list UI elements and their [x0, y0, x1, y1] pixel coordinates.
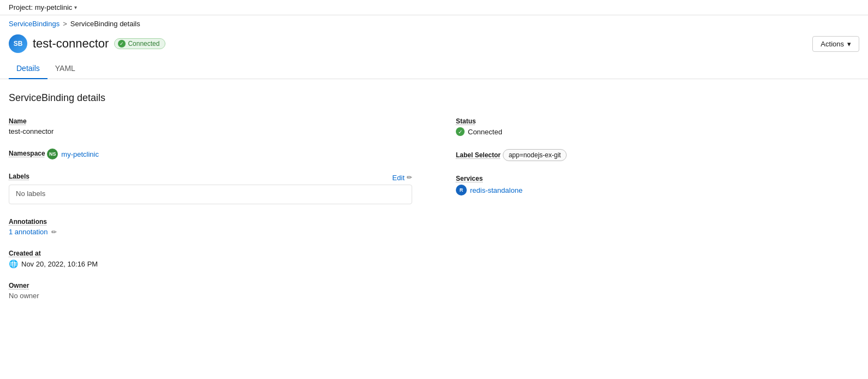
labels-edit-link[interactable]: Edit ✏ — [393, 174, 412, 182]
tabs-bar: Details YAML — [0, 60, 868, 79]
right-column: Status ✓ Connected Label Selector app=no… — [434, 117, 859, 313]
annotations-link[interactable]: 1 annotation ✏ — [9, 228, 412, 236]
owner-field: Owner No owner — [9, 281, 412, 300]
breadcrumb-separator: > — [63, 20, 67, 28]
status-field: Status ✓ Connected — [456, 117, 859, 136]
annotations-label: Annotations — [9, 218, 47, 226]
labels-label: Labels — [9, 173, 29, 180]
created-at-value-wrapper: 🌐 Nov 20, 2022, 10:16 PM — [9, 259, 412, 268]
owner-label: Owner — [9, 282, 29, 289]
status-badge: ✓ Connected — [114, 38, 165, 49]
owner-value: No owner — [9, 292, 412, 300]
edit-pencil-icon: ✏ — [407, 174, 412, 181]
created-at-field: Created at 🌐 Nov 20, 2022, 10:16 PM — [9, 249, 412, 268]
tab-yaml[interactable]: YAML — [47, 60, 83, 79]
name-field: Name test-connector — [9, 117, 412, 135]
actions-label: Actions — [821, 40, 844, 48]
breadcrumb-current: ServiceBinding details — [70, 20, 140, 28]
labels-box: No labels — [9, 185, 412, 204]
content-area: ServiceBinding details Name test-connect… — [0, 79, 868, 326]
annotations-edit-icon: ✏ — [51, 228, 57, 236]
page-header: SB test-connector ✓ Connected Actions ▾ — [0, 31, 868, 60]
namespace-label: Namespace — [9, 150, 45, 157]
status-label: Status — [456, 117, 476, 125]
globe-icon: 🌐 — [9, 259, 18, 268]
namespace-circle: NS — [47, 149, 58, 159]
status-value: Connected — [468, 128, 502, 136]
check-icon: ✓ — [118, 40, 126, 48]
project-chevron-icon: ▾ — [74, 4, 77, 10]
name-label: Name — [9, 117, 27, 125]
resource-badge: SB — [9, 34, 27, 53]
labels-field: Labels Edit ✏ No labels — [9, 173, 412, 204]
name-value: test-connector — [9, 127, 412, 135]
namespace-badge-wrapper: NS my-petclinic — [47, 149, 99, 159]
status-check-icon: ✓ — [456, 127, 465, 136]
actions-button[interactable]: Actions ▾ — [812, 36, 859, 52]
details-grid: Name test-connector Namespace NS my-petc… — [9, 117, 859, 313]
created-at-value: Nov 20, 2022, 10:16 PM — [21, 260, 98, 268]
namespace-field: Namespace NS my-petclinic — [9, 149, 412, 159]
label-selector-field: Label Selector app=nodejs-ex-git — [456, 149, 859, 161]
project-label[interactable]: Project: my-petclinic ▾ — [9, 3, 77, 11]
namespace-link[interactable]: my-petclinic — [61, 150, 99, 158]
services-field: Services R redis-standalone — [456, 174, 859, 196]
service-item: R redis-standalone — [456, 185, 859, 196]
actions-chevron-icon: ▾ — [847, 40, 851, 48]
annotations-field: Annotations 1 annotation ✏ — [9, 217, 412, 236]
breadcrumb-parent-link[interactable]: ServiceBindings — [9, 20, 60, 28]
status-value-wrapper: ✓ Connected — [456, 127, 859, 136]
created-at-label: Created at — [9, 250, 41, 257]
page-title: test-connector — [33, 37, 109, 51]
breadcrumb: ServiceBindings > ServiceBinding details — [0, 15, 868, 31]
section-title: ServiceBinding details — [9, 92, 859, 104]
label-selector-chip: app=nodejs-ex-git — [503, 149, 567, 161]
service-badge: R — [456, 185, 467, 196]
labels-placeholder: No labels — [16, 190, 45, 198]
left-column: Name test-connector Namespace NS my-petc… — [9, 117, 434, 313]
label-selector-label: Label Selector — [456, 151, 501, 159]
labels-field-header: Labels Edit ✏ — [9, 173, 412, 182]
page-header-left: SB test-connector ✓ Connected — [9, 34, 165, 53]
services-label: Services — [456, 175, 483, 182]
tab-details[interactable]: Details — [9, 60, 47, 79]
top-bar: Project: my-petclinic ▾ — [0, 0, 868, 15]
project-name: Project: my-petclinic — [9, 3, 72, 11]
status-badge-label: Connected — [128, 40, 159, 48]
service-link[interactable]: redis-standalone — [470, 186, 522, 194]
